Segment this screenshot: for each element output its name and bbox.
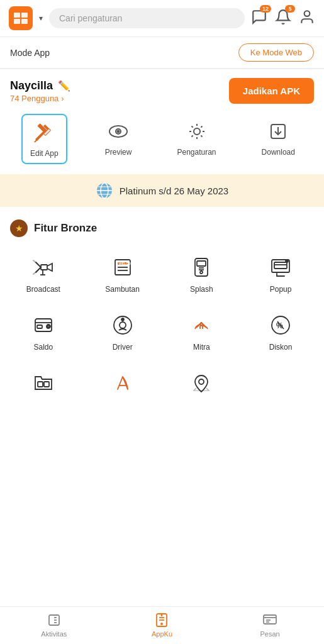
tool-download-label: Download (262, 148, 295, 157)
mitra-icon (187, 311, 215, 339)
svg-point-54 (199, 379, 204, 384)
popup-icon (267, 253, 294, 281)
splash-icon (187, 253, 215, 281)
broadcast-icon (30, 253, 57, 281)
feature-angler[interactable] (84, 362, 161, 408)
sambutan-icon: WELCOME (109, 253, 137, 281)
svg-rect-0 (14, 13, 20, 18)
preview-icon (106, 119, 131, 144)
svg-rect-2 (14, 19, 20, 24)
logo-chevron-icon[interactable]: ▾ (39, 14, 43, 23)
user-count[interactable]: 74 Pengguna › (10, 94, 70, 103)
feature-diskon[interactable]: % Diskon (242, 304, 319, 359)
search-input[interactable]: Cari pengaturan (49, 8, 245, 28)
svg-rect-52 (38, 382, 43, 387)
angler-icon (109, 369, 137, 397)
nav-appku[interactable]: AppKu (140, 612, 184, 638)
app-logo (9, 6, 33, 30)
map-pin-icon (187, 369, 215, 397)
app-info: Naycilla ✏️ 74 Pengguna › Jadikan APK (0, 69, 324, 110)
pesan-icon (262, 612, 278, 628)
feature-saldo[interactable]: Saldo (5, 304, 82, 359)
svg-point-47 (120, 322, 126, 328)
header: ▾ Cari pengaturan 12 5 (0, 0, 324, 37)
edit-app-icon (31, 120, 57, 145)
svg-rect-38 (274, 262, 287, 269)
feature-broadcast-label: Broadcast (26, 285, 60, 294)
svg-point-67 (161, 614, 163, 616)
feature-mitra[interactable]: Mitra (164, 304, 240, 359)
mode-bar: Mode App Ke Mode Web (0, 37, 324, 69)
svg-rect-24 (41, 265, 47, 270)
feature-grid: Broadcast WELCOME Sambutan Splash (0, 243, 324, 414)
feature-folder[interactable] (5, 362, 82, 408)
pengaturan-icon (184, 119, 209, 144)
saldo-icon (30, 311, 57, 339)
nav-pesan[interactable]: Pesan (248, 612, 292, 638)
messages-badge: 12 (260, 5, 271, 13)
svg-point-48 (121, 318, 124, 321)
svg-text:WELCOME: WELCOME (119, 262, 135, 265)
feature-driver[interactable]: Driver (84, 304, 161, 359)
aktivitas-icon (46, 612, 62, 628)
svg-rect-33 (197, 261, 206, 266)
profile-icon-wrapper[interactable] (299, 9, 315, 28)
feature-mitra-label: Mitra (193, 343, 210, 352)
svg-rect-1 (21, 13, 28, 18)
make-apk-button[interactable]: Jadikan APK (229, 78, 314, 104)
nav-appku-label: AppKu (152, 630, 172, 638)
svg-rect-3 (21, 19, 28, 24)
tool-pengaturan-label: Pengaturan (177, 148, 216, 157)
svg-rect-53 (44, 382, 49, 387)
feature-saldo-label: Saldo (34, 343, 53, 352)
folder-icon (30, 369, 57, 397)
platinum-globe-icon (96, 182, 113, 199)
tool-preview[interactable]: Preview (98, 114, 140, 164)
svg-text:%: % (276, 321, 283, 330)
nav-aktivitas[interactable]: Aktivitas (32, 612, 76, 638)
tool-edit-app-label: Edit App (30, 149, 59, 158)
tool-download[interactable]: Download (254, 114, 303, 164)
app-name: Naycilla (10, 79, 53, 92)
feature-splash-label: Splash (190, 285, 213, 294)
feature-popup-label: Popup (270, 285, 292, 294)
feature-driver-label: Driver (113, 343, 133, 352)
platinum-banner: Platinum s/d 26 May 2023 (0, 174, 324, 207)
diskon-icon: % (267, 311, 294, 339)
edit-pencil-icon[interactable]: ✏️ (58, 80, 70, 92)
appku-icon (154, 612, 170, 628)
svg-point-15 (118, 131, 120, 133)
messages-icon-wrapper[interactable]: 12 (251, 9, 267, 28)
svg-point-16 (194, 128, 200, 135)
svg-point-7 (304, 11, 310, 16)
feature-map[interactable] (164, 362, 240, 408)
feature-sambutan[interactable]: WELCOME Sambutan (84, 246, 161, 301)
svg-rect-68 (264, 615, 276, 624)
app-name-row: Naycilla ✏️ (10, 79, 70, 92)
feature-splash[interactable]: Splash (164, 246, 240, 301)
svg-line-10 (35, 140, 37, 142)
nav-aktivitas-label: Aktivitas (41, 630, 67, 638)
driver-icon (109, 311, 137, 339)
fitur-star-icon: ★ (10, 219, 28, 237)
fitur-title: Fitur Bronze (34, 222, 97, 235)
notifications-badge: 5 (285, 5, 295, 13)
feature-broadcast[interactable]: Broadcast (5, 246, 82, 301)
tool-edit-app[interactable]: Edit App (21, 114, 67, 164)
feature-sambutan-label: Sambutan (105, 285, 140, 294)
platinum-text: Platinum s/d 26 May 2023 (120, 186, 228, 196)
fitur-header: ★ Fitur Bronze (0, 211, 324, 243)
web-mode-button[interactable]: Ke Mode Web (238, 43, 314, 62)
nav-pesan-label: Pesan (260, 630, 280, 638)
feature-diskon-label: Diskon (269, 343, 293, 352)
download-icon (265, 119, 291, 144)
notifications-icon-wrapper[interactable]: 5 (275, 9, 291, 28)
feature-popup[interactable]: Popup (242, 246, 319, 301)
chevron-right-icon: › (61, 94, 64, 103)
tools-row: Edit App Preview Pengaturan (0, 110, 324, 174)
svg-point-65 (160, 623, 163, 625)
svg-point-34 (200, 271, 203, 274)
bottom-nav: Aktivitas AppKu Pesan (0, 606, 324, 644)
tool-pengaturan[interactable]: Pengaturan (169, 114, 223, 164)
svg-rect-44 (37, 325, 42, 328)
